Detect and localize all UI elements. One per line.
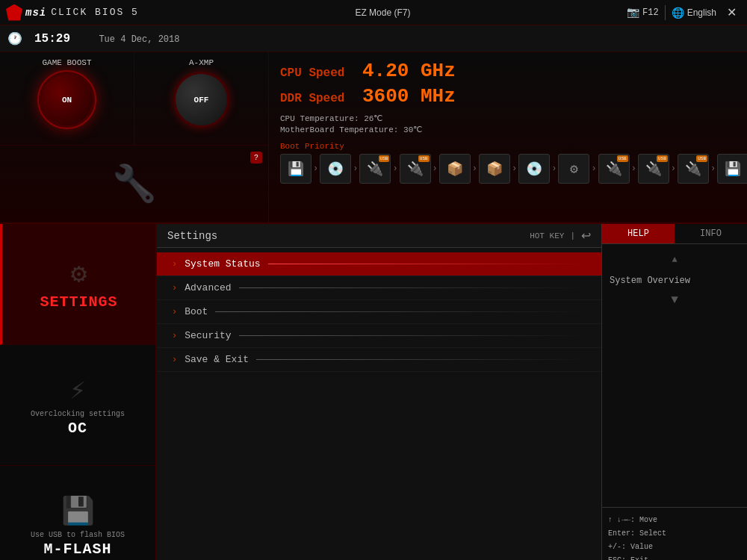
boot-device-5[interactable]: 📦 xyxy=(479,154,510,184)
clock-icon: 🕐 xyxy=(7,31,22,46)
keybind-3: ESC: Exit xyxy=(608,554,741,560)
menu-bar-2 xyxy=(215,311,586,312)
hotkey-area: HOT KEY | ↩ xyxy=(530,228,591,243)
mb-temp: MotherBoard Temperature: 30℃ xyxy=(280,125,747,134)
f12-screenshot-button[interactable]: 📷 F12 xyxy=(627,6,659,19)
boost-bottom: ? 🔧 xyxy=(0,146,268,223)
game-boost-knob[interactable]: ON xyxy=(39,72,95,128)
oc-title: OC xyxy=(68,420,87,437)
menu-item-systemstatus[interactable]: › System Status xyxy=(157,252,601,276)
tab-info[interactable]: INFO xyxy=(675,224,747,243)
settings-main: Settings HOT KEY | ↩ › System Status › A… xyxy=(157,224,601,560)
hotkey-label: HOT KEY xyxy=(530,231,564,240)
boot-arrow: › xyxy=(551,164,557,174)
boot-arrow: › xyxy=(591,164,596,174)
language-label: English xyxy=(687,7,716,18)
keybind-2: +/-: Value xyxy=(608,541,741,554)
msi-logo: msi xyxy=(6,4,46,21)
boot-arrow: › xyxy=(313,164,318,174)
boot-device-1[interactable]: 💿 xyxy=(320,154,351,184)
cpu-speed-label: CPU Speed xyxy=(280,66,355,80)
menu-label-0: System Status xyxy=(185,258,260,270)
top-bar: msi CLICK BIOS 5 EZ Mode (F7) 📷 F12 🌐 En… xyxy=(0,0,747,25)
settings-icon: ⚙ xyxy=(71,258,87,290)
language-button[interactable]: 🌐 English xyxy=(672,7,716,19)
back-button[interactable]: ↩ xyxy=(581,228,591,243)
device-icon: 🔌 xyxy=(685,161,701,177)
menu-label-2: Boot xyxy=(185,306,208,317)
msi-dragon-icon xyxy=(6,4,22,21)
menu-item-save&exit[interactable]: › Save & Exit xyxy=(157,348,601,372)
menu-bar-3 xyxy=(239,335,586,336)
menu-item-advanced[interactable]: › Advanced xyxy=(157,276,601,300)
boot-device-10[interactable]: 🔌USB xyxy=(678,154,709,184)
mflash-title: M-FLASH xyxy=(43,541,111,558)
main-content: GAME BOOST ON A-XMP OFF ? xyxy=(0,52,747,560)
device-icon: 📦 xyxy=(447,161,463,177)
device-icon: 🔌 xyxy=(606,161,622,177)
cpu-panel: GAME BOOST ON A-XMP OFF ? xyxy=(0,52,747,224)
axmp-knob[interactable]: OFF xyxy=(173,72,229,128)
mflash-subtitle: Use USB to flash BIOS xyxy=(31,531,125,539)
boot-device-11[interactable]: 💾 xyxy=(717,154,747,184)
ddr-speed-value: 3600 MHz xyxy=(362,85,456,108)
settings-menu: › System Status › Advanced › Boot › Secu… xyxy=(157,248,601,560)
tab-help[interactable]: HELP xyxy=(602,224,675,243)
menu-arrow-1: › xyxy=(172,283,177,293)
cpu-speed-row: CPU Speed 4.20 GHz xyxy=(280,60,747,82)
help-overview-text: System Overview xyxy=(610,274,740,287)
sidebar-item-mflash[interactable]: 💾 Use USB to flash BIOS M-FLASH xyxy=(0,466,155,560)
boot-device-2[interactable]: 🔌USB xyxy=(359,154,391,184)
knob-ring xyxy=(37,70,96,129)
boot-arrow: › xyxy=(392,164,397,174)
menu-item-security[interactable]: › Security xyxy=(157,324,601,348)
sidebar-item-settings[interactable]: ⚙ SETTINGS xyxy=(0,224,155,345)
boot-device-8[interactable]: 🔌USB xyxy=(598,154,630,184)
ez-mode-button[interactable]: EZ Mode (F7) xyxy=(346,4,419,21)
boot-arrow: › xyxy=(433,164,438,174)
help-badge[interactable]: ? xyxy=(250,152,262,164)
boot-arrow: › xyxy=(353,164,358,174)
settings-header: Settings HOT KEY | ↩ xyxy=(157,224,601,248)
boost-top: GAME BOOST ON A-XMP OFF xyxy=(0,52,268,146)
date-value: Tue 4 Dec, 2018 xyxy=(99,34,179,45)
close-button[interactable]: ✕ xyxy=(722,5,741,19)
ddr-speed-label: DDR Speed xyxy=(280,92,355,105)
device-icon: 💾 xyxy=(725,161,741,177)
usb-badge: USB xyxy=(657,155,668,162)
boot-device-0[interactable]: 💾 xyxy=(280,154,311,184)
help-panel: HELP INFO ▲ System Overview ▼ ↑ ↓→←: Mov… xyxy=(601,224,747,560)
help-tabs: HELP INFO xyxy=(602,224,747,244)
globe-icon: 🌐 xyxy=(672,7,684,19)
device-icon: 💿 xyxy=(526,161,542,177)
boost-panel: GAME BOOST ON A-XMP OFF ? xyxy=(0,52,269,223)
menu-arrow-3: › xyxy=(172,331,177,341)
boot-device-6[interactable]: 💿 xyxy=(518,154,550,184)
keybind-1: Enter: Select xyxy=(608,527,741,541)
usb-badge: USB xyxy=(418,155,430,162)
bottom-area: ⚙ SETTINGS ⚡ Overclocking settings OC 💾 … xyxy=(0,224,747,560)
cpu-temp: CPU Temperature: 26℃ xyxy=(280,113,747,123)
device-icon: ⚙ xyxy=(570,161,578,177)
menu-arrow-0: › xyxy=(172,259,177,270)
usb-badge: USB xyxy=(379,155,390,162)
boot-device-4[interactable]: 📦 xyxy=(439,154,471,184)
axmp-state: OFF xyxy=(194,96,209,105)
info-bar: 🕐 15:29 Tue 4 Dec, 2018 xyxy=(0,25,747,52)
wrench-icon: 🔧 xyxy=(112,163,157,206)
menu-item-boot[interactable]: › Boot xyxy=(157,300,601,324)
boot-device-9[interactable]: 🔌USB xyxy=(638,154,669,184)
game-boost-label: GAME BOOST xyxy=(42,58,91,67)
temp-info: CPU Temperature: 26℃ MotherBoard Tempera… xyxy=(280,113,747,136)
boot-device-7[interactable]: ⚙ xyxy=(558,154,589,184)
boot-device-3[interactable]: 🔌USB xyxy=(400,154,431,184)
cpu-speed-value: 4.20 GHz xyxy=(362,60,456,82)
boot-arrow: › xyxy=(472,164,477,174)
axmp-section: A-XMP OFF xyxy=(134,52,268,145)
settings-decoration: 🔧 xyxy=(101,151,168,218)
sidebar-item-oc[interactable]: ⚡ Overclocking settings OC xyxy=(0,345,155,466)
bios-title: CLICK BIOS 5 xyxy=(51,7,139,18)
device-icon: 🔌 xyxy=(645,161,662,177)
time-value: 15:29 xyxy=(34,32,70,46)
top-right-controls: 📷 F12 🌐 English ✕ xyxy=(627,5,747,20)
